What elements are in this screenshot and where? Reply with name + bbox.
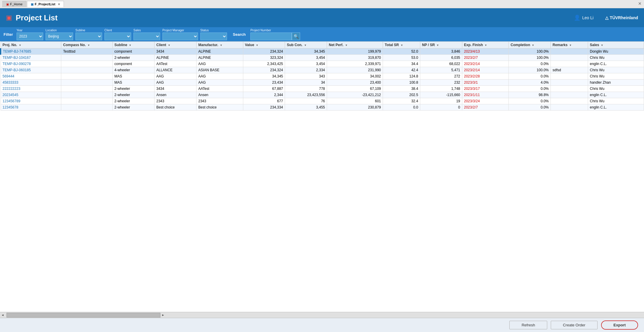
cell-projNo[interactable]: 123456789 [1, 98, 61, 104]
cell-compassNo [61, 67, 112, 73]
table-row[interactable]: 569444MASAAGAAG34,34534334,002124.827220… [1, 73, 644, 80]
col-header-subcon[interactable]: Sub Con. ▼ [285, 42, 327, 48]
cell-compassNo [61, 86, 112, 92]
col-header-netperf[interactable]: Net Perf. ▼ [327, 42, 383, 48]
filter-sales-select[interactable] [133, 33, 160, 40]
cell-projNo[interactable]: TEMP-BJ-747685 [1, 48, 61, 55]
filter-subline-select[interactable]: component 2-wheeler 4-wheeler MAS [75, 33, 102, 40]
table-row[interactable]: 1234567892-wheeler234323436777660132.419… [1, 98, 644, 104]
proj-link[interactable]: TEMP-BJ-060185 [3, 68, 31, 72]
cell-client: Ansen [154, 92, 197, 98]
cell-subline: MAS [112, 73, 154, 80]
col-header-totalsr[interactable]: Total SR ▼ [383, 42, 420, 48]
table-row[interactable]: 123456782-wheelerBest choiceBest choice2… [1, 104, 644, 111]
col-header-subline[interactable]: Subline ▼ [112, 42, 154, 48]
cell-compassNo [61, 104, 112, 111]
cell-remarks [551, 55, 588, 61]
cell-projNo[interactable]: 20234545 [1, 92, 61, 98]
sort-arrow-totalsr: ▼ [400, 44, 403, 47]
cell-sales: handler Zhan [588, 80, 644, 86]
table-row[interactable]: TEMP-BJ-747685Testttsdcomponent3434ALPIN… [1, 48, 644, 55]
cell-sales: englin C.L. [588, 104, 644, 111]
cell-projNo[interactable]: 12345678 [1, 104, 61, 111]
cell-subCon: 343 [285, 73, 327, 80]
filter-pm-select[interactable] [162, 33, 198, 40]
horizontal-scrollbar[interactable]: ◄ ► [0, 312, 644, 318]
create-order-button[interactable]: Create Order [551, 321, 598, 329]
export-button[interactable]: Export [601, 320, 638, 330]
scroll-right-button[interactable]: ► [160, 313, 166, 317]
cell-remarks [551, 73, 588, 80]
cell-subline: 2-wheeler [112, 98, 154, 104]
col-header-manufacturer[interactable]: Manufactur. ▼ [197, 42, 243, 48]
cell-projNo[interactable]: 569444 [1, 73, 61, 80]
cell-client: AATest [154, 61, 197, 67]
cell-value: 2,343,425 [243, 61, 285, 67]
proj-link[interactable]: TEMP-BJ-104167 [3, 56, 31, 60]
proj-link[interactable]: TEMP-BJ-090278 [3, 62, 31, 66]
cell-manufacturer: AAG [197, 61, 243, 67]
cell-manufacturer: ALPINE [197, 48, 243, 55]
search-button[interactable]: Search [231, 31, 248, 38]
table-row[interactable]: 2222222232-wheeler3434AATest67,88777867,… [1, 86, 644, 92]
col-header-value[interactable]: Value ▼ [243, 42, 285, 48]
cell-projNo[interactable]: 222222223 [1, 86, 61, 92]
window-close-button[interactable]: ✕ [638, 1, 642, 6]
cell-compassNo [61, 61, 112, 67]
col-header-npsr[interactable]: NP / SR ▼ [420, 42, 462, 48]
cell-totalSR: 202.5 [383, 92, 420, 98]
tab-close-button[interactable]: ✕ [58, 3, 60, 6]
cell-totalSR: 124.8 [383, 73, 420, 80]
proj-link[interactable]: TEMP-BJ-747685 [3, 49, 31, 54]
filter-client-select[interactable]: ALPINE AAG AATest [104, 33, 131, 40]
proj-link[interactable]: 20234545 [3, 93, 18, 97]
col-header-sales[interactable]: Sales ▼ [588, 42, 644, 48]
col-header-proj-no[interactable]: Proj. No. ▼ [1, 42, 61, 48]
col-header-compass-no[interactable]: Compass No. ▼ [61, 42, 112, 48]
filter-sales-label: Sales [133, 29, 141, 32]
table-row[interactable]: TEMP-BJ-090278componentAATestAAG2,343,42… [1, 61, 644, 67]
table-row[interactable]: 202345452-wheelerAnsenAnsen2,34423,423,5… [1, 92, 644, 98]
col-header-client[interactable]: Client ▼ [154, 42, 197, 48]
proj-link[interactable]: 12345678 [3, 105, 18, 109]
tab-projectlist[interactable]: ▣ F_ProjectList ✕ [27, 1, 64, 7]
scroll-left-button[interactable]: ◄ [0, 313, 5, 317]
proj-link[interactable]: 569444 [3, 74, 15, 78]
proj-link[interactable]: 45833333 [3, 80, 18, 85]
filter-location-select[interactable]: Beijing Shanghai Guangzhou [46, 33, 73, 40]
sort-arrow-subcon: ▼ [304, 44, 307, 47]
scrollbar-thumb[interactable] [7, 313, 160, 318]
cell-projNo[interactable]: 45833333 [1, 80, 61, 86]
table-body: TEMP-BJ-747685Testttsdcomponent3434ALPIN… [1, 48, 644, 111]
cell-totalSR: 100.8 [383, 80, 420, 86]
project-number-search-button[interactable]: 🔍 [292, 33, 300, 40]
col-header-remarks[interactable]: Remarks ▼ [551, 42, 588, 48]
filter-label: Filter [4, 32, 13, 37]
cell-sales: Donglin Wu [588, 48, 644, 55]
cell-subline: component [112, 61, 154, 67]
app-icon: ▣ [6, 14, 12, 22]
sort-arrow-manufacturer: ▼ [220, 44, 223, 47]
cell-projNo[interactable]: TEMP-BJ-090278 [1, 61, 61, 67]
project-number-input[interactable] [250, 33, 292, 40]
cell-subline: 2-wheeler [112, 86, 154, 92]
proj-link[interactable]: 222222223 [3, 87, 20, 91]
filter-year-select[interactable]: 2023 2022 2021 2024 [17, 33, 43, 40]
cell-projNo[interactable]: TEMP-BJ-104167 [1, 55, 61, 61]
col-header-completion[interactable]: Completion ▼ [509, 42, 551, 48]
table-row[interactable]: 45833333MASAAGAAG23,4343423,400100.82322… [1, 80, 644, 86]
table-row[interactable]: TEMP-BJ-1041672-wheelerALPINEALPINE323,3… [1, 55, 644, 61]
table-container[interactable]: Proj. No. ▼ Compass No. ▼ Subline ▼ Clie… [0, 41, 644, 312]
proj-link[interactable]: 123456789 [3, 99, 20, 103]
cell-expFinish: 2023/2/14 [462, 61, 509, 67]
cell-npSR: 1,748 [420, 86, 462, 92]
cell-value: 234,334 [243, 104, 285, 111]
filter-subline-label: Subline [75, 29, 85, 32]
cell-totalSR: 34.4 [383, 61, 420, 67]
table-row[interactable]: TEMP-BJ-0601854-wheelerALLANCEASIAN BASE… [1, 67, 644, 73]
refresh-button[interactable]: Refresh [509, 321, 547, 329]
col-header-expfinish[interactable]: Exp. Finish ▼ [462, 42, 509, 48]
cell-projNo[interactable]: TEMP-BJ-060185 [1, 67, 61, 73]
tab-home[interactable]: ▣ F_Home [2, 1, 26, 7]
filter-status-select[interactable] [200, 33, 227, 40]
